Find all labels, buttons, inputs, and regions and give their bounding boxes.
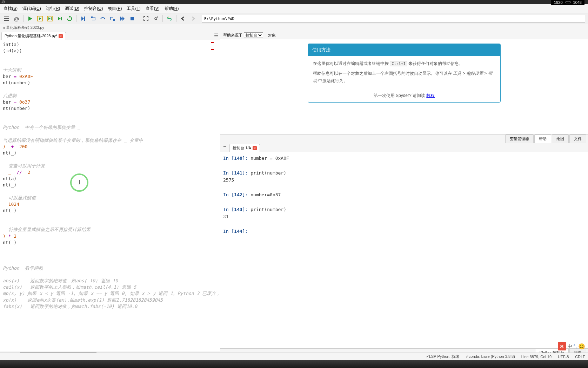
- debug-stop-icon[interactable]: [128, 15, 136, 22]
- run-cell-next-icon[interactable]: [46, 15, 54, 22]
- menu-search[interactable]: 查找(S): [1, 5, 20, 12]
- tab-help[interactable]: 帮助: [534, 134, 551, 143]
- debug-stepover-icon[interactable]: [99, 15, 107, 22]
- code-line: [0, 220, 219, 226]
- run-icon[interactable]: [26, 15, 34, 22]
- outline-mark: [211, 49, 214, 50]
- code-line: nt(a): [0, 176, 219, 182]
- code-line: ber = 0o37: [0, 99, 219, 105]
- tab-variable-explorer[interactable]: 变量管理器: [505, 134, 534, 143]
- help-header: 帮助来源于 控制台 对象: [220, 31, 588, 39]
- svg-point-21: [168, 17, 169, 18]
- console-line: 2575: [223, 177, 585, 184]
- settings-icon[interactable]: [152, 15, 160, 22]
- status-conda[interactable]: ✓conda: base (Python 3.8.8): [466, 354, 515, 359]
- editor-menu-icon[interactable]: ☰: [214, 33, 219, 38]
- code-editor[interactable]: int(a)(id(a)) 十六进制ber = 0xA0Fnt(number) …: [0, 40, 220, 351]
- emoji-icon[interactable]: 😊: [578, 343, 585, 350]
- menu-run[interactable]: 运行(R): [44, 5, 62, 12]
- python-path-icon[interactable]: [166, 15, 173, 22]
- console-browse-icon[interactable]: ☰: [222, 145, 228, 151]
- res-w: 1920: [554, 0, 562, 5]
- tab-files[interactable]: 文件: [569, 134, 586, 143]
- svg-marker-3: [28, 17, 32, 21]
- console-line: In [141]: print(number): [223, 170, 585, 177]
- forward-icon[interactable]: [189, 15, 197, 22]
- code-line: 变量可以用于计算: [0, 163, 219, 169]
- code-line: [0, 188, 219, 195]
- os-taskbar: [0, 360, 588, 368]
- svg-rect-16: [113, 19, 115, 21]
- console-tabs: ☰ 控制台 1/A ✕: [220, 143, 588, 152]
- close-icon[interactable]: ✕: [59, 34, 63, 38]
- outline-icon[interactable]: [3, 15, 11, 22]
- fullscreen-icon[interactable]: [142, 15, 150, 22]
- statusbar: ✓LSP Python: 就绪 ✓conda: base (Python 3.8…: [0, 353, 588, 360]
- res-h: 1048: [573, 0, 582, 5]
- svg-rect-2: [4, 20, 9, 21]
- menu-tools[interactable]: 工具(T): [125, 5, 142, 12]
- code-line: Python 中有一个特殊的系统变量 _: [0, 124, 219, 131]
- separator: [162, 15, 163, 22]
- svg-point-20: [155, 18, 157, 20]
- code-line: nt(_): [0, 150, 219, 156]
- link-icon: ⊂⊃: [565, 0, 571, 5]
- code-line: nt(_): [0, 239, 219, 246]
- debug-step-icon[interactable]: [79, 15, 87, 22]
- working-dir-input[interactable]: E:\Python\PWD: [202, 15, 585, 22]
- console-tab[interactable]: 控制台 1/A ✕: [229, 144, 260, 152]
- tab-plots[interactable]: 绘图: [552, 134, 569, 143]
- code-line: 1024: [0, 201, 219, 208]
- menu-console[interactable]: 控制台(O): [82, 5, 105, 12]
- help-text: 来获得任何对象的帮助信息。: [407, 61, 463, 66]
- rerun-icon[interactable]: [66, 15, 73, 22]
- run-cell-icon[interactable]: [36, 15, 44, 22]
- debug-stepout-icon[interactable]: [109, 15, 116, 22]
- code-line: 十六进制: [0, 67, 219, 73]
- svg-marker-9: [58, 17, 61, 20]
- menu-debug[interactable]: 调试(D): [63, 5, 81, 12]
- menu-view[interactable]: 查看(V): [143, 5, 162, 12]
- svg-rect-14: [91, 17, 93, 18]
- separator: [76, 15, 76, 22]
- code-line: [0, 112, 219, 118]
- tutorial-link[interactable]: 教程: [426, 93, 435, 98]
- titlebar-left: .8): [1, 0, 5, 4]
- status-eol: CRLF: [575, 355, 585, 359]
- at-icon[interactable]: @: [13, 15, 20, 22]
- separator: [139, 15, 139, 22]
- console-line: In [143]: print(number): [223, 206, 585, 213]
- code-line: [0, 214, 219, 220]
- status-lsp[interactable]: ✓LSP Python: 就绪: [426, 354, 459, 359]
- debug-stepinto-icon[interactable]: [89, 15, 97, 22]
- code-line: ) + 200: [0, 144, 219, 150]
- help-source-select[interactable]: 控制台: [244, 32, 263, 38]
- menubar: 查找(S) 源代码(C) 运行(R) 调试(D) 控制台(O) 项目(P) 工具…: [0, 4, 588, 13]
- run-selection-icon[interactable]: [56, 15, 64, 22]
- help-footer: 第一次使用 Spyder? 请阅读 教程: [308, 89, 500, 102]
- close-icon[interactable]: ✕: [253, 146, 257, 150]
- help-object-label: 对象: [268, 33, 276, 38]
- editor-tab[interactable]: Python 量化编程基础-2023.py* ✕: [1, 32, 66, 40]
- console-line: In [144]:: [223, 228, 585, 235]
- svg-marker-12: [81, 17, 84, 21]
- code-line: [0, 258, 219, 265]
- menu-source[interactable]: 源代码(C): [20, 5, 43, 12]
- editor-tabs: Python 量化编程基础-2023.py* ✕ ☰: [0, 31, 220, 40]
- ime-badge[interactable]: S: [558, 342, 566, 350]
- ime-lang[interactable]: 中: [568, 343, 572, 349]
- back-icon[interactable]: [179, 15, 187, 22]
- code-line: [0, 271, 219, 278]
- menu-project[interactable]: 项目(P): [106, 5, 124, 12]
- debug-continue-icon[interactable]: [119, 15, 126, 22]
- code-line: ceil(x) 返回数字的上入整数，如math.ceil(4.1) 返回 5: [0, 284, 219, 290]
- code-line: nt(number): [0, 105, 219, 112]
- help-text: 帮助信息可以在一个对象之后加上一个左圆括号的时候自动显示。你可以在 工具 > 偏…: [313, 71, 492, 84]
- svg-marker-5: [39, 17, 41, 20]
- help-title: 使用方法: [308, 44, 500, 56]
- ime-punct-icon[interactable]: °,: [574, 343, 577, 349]
- breadcrumb: n 量化编程基础-2023.py: [0, 24, 588, 31]
- ipython-console[interactable]: In [140]: number = 0xA0F In [141]: print…: [220, 152, 588, 348]
- menu-help[interactable]: 帮助(H): [162, 5, 181, 12]
- console-line: [223, 184, 585, 191]
